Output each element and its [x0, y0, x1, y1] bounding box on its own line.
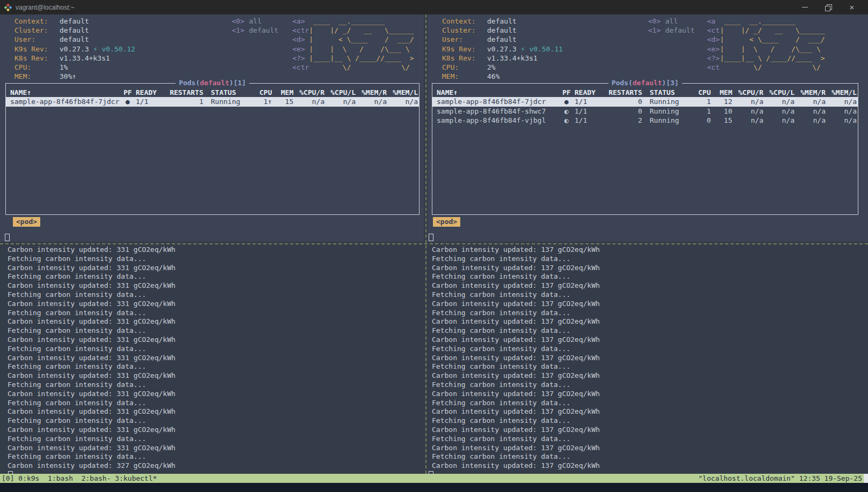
table-row[interactable]: sample-app-8f46fb84f-vjbgl◐1/12Running01…: [432, 116, 858, 125]
tmux-status-bar: [0] 0:k9s 1:bash 2:bash- 3:kubectl* "loc…: [0, 474, 864, 483]
restore-button[interactable]: [816, 0, 840, 14]
pods-table: Pods(default)[3] NAME↑PFREADYRESTARTSSTA…: [432, 83, 858, 215]
namespace-menu-item[interactable]: <1>default: [232, 26, 278, 35]
minimize-button[interactable]: [793, 0, 816, 14]
cell-mem: 12: [711, 97, 732, 106]
info-label: User:: [14, 35, 60, 44]
info-label: Context:: [14, 17, 60, 26]
log-line: Carbon intensity updated: 331 gCO2eq/kWh: [8, 264, 424, 273]
info-value: default: [487, 26, 517, 35]
log-pane-right: Carbon intensity updated: 137 gCO2eq/kWh…: [428, 245, 868, 474]
info-value: 46%: [487, 72, 499, 81]
cell-cpu-l: n/a: [763, 107, 795, 116]
header-cpu: CPU: [249, 88, 272, 97]
log-line: Carbon intensity updated: 137 gCO2eq/kWh: [432, 371, 868, 381]
cell-restarts: 1: [163, 97, 203, 106]
log-line: Carbon intensity updated: 137 gCO2eq/kWh: [432, 390, 868, 399]
log-line: Fetching carbon intensity data...: [432, 362, 868, 371]
cell-restarts: 0: [601, 97, 642, 106]
minimize-icon: [802, 7, 808, 8]
info-row: CPU:2%: [442, 63, 563, 72]
cell-status: Running: [642, 107, 688, 116]
k9s-logo: <a ____ __.________<ct| |/ _/ __ \______…: [707, 17, 825, 72]
tmux-horizontal-divider[interactable]: [0, 242, 868, 245]
log-line: Fetching carbon intensity data...: [432, 435, 868, 444]
menu-shortcut-key: <0>: [232, 17, 249, 26]
log-line: Fetching carbon intensity data...: [8, 399, 424, 408]
terminal-cursor: [5, 234, 10, 241]
log-line: Fetching carbon intensity data...: [8, 326, 424, 336]
cell-name: sample-app-8f46fb84f-7jdcr: [433, 97, 558, 106]
log-line: Fetching carbon intensity data...: [432, 345, 868, 354]
log-line: Fetching carbon intensity data...: [8, 255, 424, 264]
info-value: default: [487, 35, 517, 44]
table-row[interactable]: sample-app-8f46fb84f-7jdcr●1/10Running11…: [432, 97, 858, 106]
cell-cpu-l: n/a: [763, 116, 795, 125]
info-row: K9s Rev:v0.27.3⚡ v0.50.12: [14, 44, 135, 54]
info-row: MEM:30%↑: [14, 72, 135, 81]
log-line: Carbon intensity updated: 331 gCO2eq/kWh: [8, 426, 424, 435]
log-line: Carbon intensity updated: 331 gCO2eq/kWh: [8, 281, 424, 290]
menu-label: all: [665, 17, 678, 26]
header-name: NAME↑: [433, 88, 558, 97]
logo-row: <ctr \/ \/: [292, 63, 414, 72]
logo-shortcut-key: <ctr: [292, 26, 309, 35]
log-line: Fetching carbon intensity data...: [8, 362, 424, 371]
info-label: K9s Rev:: [14, 44, 60, 54]
logo-shortcut-key: <a>: [292, 17, 309, 26]
logo-shortcut-key: <d>: [292, 35, 309, 44]
info-label: Cluster:: [14, 26, 60, 35]
cell-status: Running: [642, 97, 688, 106]
info-label: Cluster:: [442, 26, 487, 35]
info-value: 2%: [487, 63, 496, 72]
info-value: 1%: [60, 63, 68, 72]
info-row: Cluster:default: [14, 26, 135, 35]
pod-breadcrumb[interactable]: <pod>: [433, 217, 460, 227]
pods-table-title: Pods(default)[1]: [175, 78, 249, 87]
header-mem-l: %MEM/L: [387, 88, 418, 97]
table-title-namespace: default: [632, 79, 662, 87]
cell-cpu-r: n/a: [732, 116, 763, 125]
log-line: Carbon intensity updated: 331 gCO2eq/kWh: [8, 317, 424, 326]
log-line: Carbon intensity updated: 331 gCO2eq/kWh: [8, 354, 424, 363]
namespace-menu-item[interactable]: <0>all: [648, 17, 695, 26]
info-value: v0.27.3: [487, 44, 517, 54]
info-row: Context:default: [442, 17, 563, 26]
k9s-pane-right: Context:defaultCluster:defaultUser:defau…: [428, 14, 868, 242]
logo-art: | < \____ / ___/: [309, 35, 414, 43]
info-row: Cluster:default: [442, 26, 563, 35]
cell-mem-l: n/a: [826, 97, 857, 106]
table-title-prefix: Pods(: [179, 79, 200, 87]
tmux-window-list[interactable]: [0] 0:k9s 1:bash 2:bash- 3:kubectl*: [2, 474, 157, 483]
cell-pf-indicator: ●: [558, 97, 575, 106]
pods-table-header: NAME↑PFREADYRESTARTSSTATUSCPUMEM%CPU/R%C…: [432, 88, 858, 97]
logo-shortcut-key: <ct: [707, 63, 720, 72]
restore-icon: [825, 4, 832, 11]
menu-shortcut-key: <1>: [232, 26, 249, 35]
pod-breadcrumb[interactable]: <pod>: [13, 217, 40, 227]
log-line: Carbon intensity updated: 331 gCO2eq/kWh: [8, 390, 424, 399]
info-row: User:default: [442, 35, 563, 44]
close-button[interactable]: ×: [840, 0, 864, 14]
table-row[interactable]: sample-app-8f46fb84f-shwc7◐1/10Running11…: [432, 107, 858, 116]
terminal-window: vagrant@localhost:~ × Context:defaultClu…: [0, 0, 868, 492]
logo-art: ____ __.________: [309, 17, 385, 25]
pods-table: Pods(default)[1] NAME↑PFREADYRESTARTSSTA…: [5, 83, 420, 215]
k9s-logo: <a> ____ __.________<ctr| |/ _/ __ \____…: [292, 17, 414, 72]
log-pane-left: Carbon intensity updated: 331 gCO2eq/kWh…: [0, 245, 424, 474]
cell-name: sample-app-8f46fb84f-shwc7: [433, 107, 558, 116]
pods-table-title: Pods(default)[3]: [608, 78, 682, 87]
namespace-menu-item[interactable]: <0>all: [232, 17, 278, 26]
cell-cpu: 1: [688, 97, 711, 106]
info-label: K8s Rev:: [442, 54, 487, 63]
namespace-menu-item[interactable]: <1>default: [648, 26, 695, 35]
info-row: Context:default: [14, 17, 135, 26]
cell-ready: 1/1: [575, 116, 601, 125]
cell-status: Running: [203, 97, 249, 106]
logo-art: | |/ _/ __ \______: [720, 26, 825, 34]
menu-label: default: [665, 26, 695, 35]
info-label: K9s Rev:: [442, 44, 487, 54]
table-row[interactable]: sample-app-8f46fb84f-7jdcr●1/11Running1↑…: [6, 97, 419, 106]
cell-mem: 15: [711, 116, 732, 125]
logo-row: <ct| |/ _/ __ \______: [707, 26, 825, 35]
